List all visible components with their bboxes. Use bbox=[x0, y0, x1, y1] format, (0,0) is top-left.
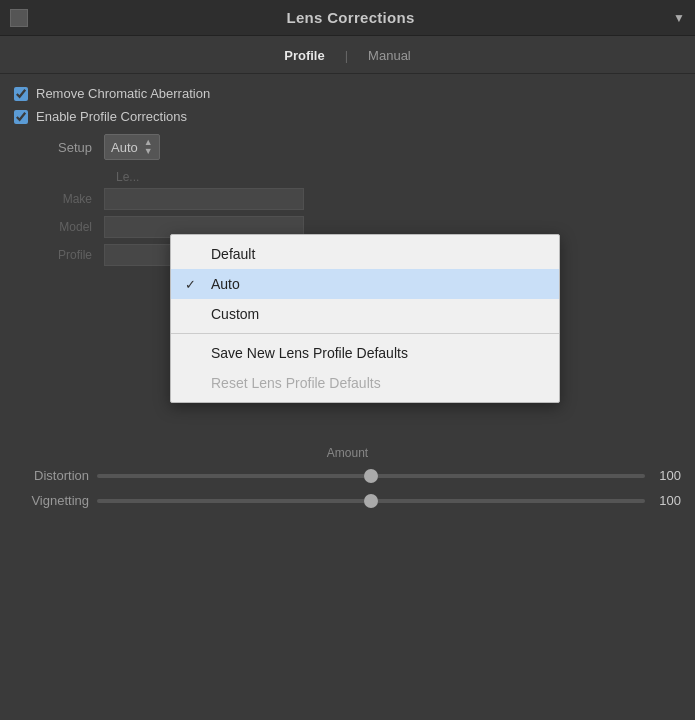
distortion-label: Distortion bbox=[14, 468, 89, 483]
panel-icon bbox=[10, 9, 28, 27]
checkbox-enable-profile[interactable] bbox=[14, 110, 28, 124]
vignetting-value: 100 bbox=[653, 493, 681, 508]
panel-header: Lens Corrections ▼ bbox=[0, 0, 695, 36]
panel-body: Remove Chromatic Aberration Enable Profi… bbox=[0, 74, 695, 532]
amount-label: Amount bbox=[14, 446, 681, 460]
setup-value: Auto bbox=[111, 140, 138, 155]
checkbox-remove-chromatic-label: Remove Chromatic Aberration bbox=[36, 86, 210, 101]
distortion-slider[interactable] bbox=[97, 474, 645, 478]
dropdown-item-save-new[interactable]: Save New Lens Profile Defaults bbox=[171, 338, 559, 368]
collapse-icon[interactable]: ▼ bbox=[673, 11, 685, 25]
check-default bbox=[185, 247, 201, 262]
dropdown-label-auto: Auto bbox=[211, 276, 240, 292]
dropdown-label-save-new: Save New Lens Profile Defaults bbox=[211, 345, 408, 361]
panel-header-left bbox=[10, 9, 28, 27]
make-label: Make bbox=[14, 192, 104, 206]
checkbox-enable-profile-row: Enable Profile Corrections bbox=[14, 109, 681, 124]
setup-row: Setup Auto ▲ ▼ bbox=[14, 134, 681, 160]
check-custom bbox=[185, 307, 201, 322]
make-input[interactable] bbox=[104, 188, 304, 210]
make-row: Make bbox=[14, 188, 681, 210]
distortion-value: 100 bbox=[653, 468, 681, 483]
tab-bar: Profile | Manual bbox=[0, 36, 695, 74]
dropdown-label-custom: Custom bbox=[211, 306, 259, 322]
check-save-new bbox=[185, 346, 201, 361]
setup-select[interactable]: Auto ▲ ▼ bbox=[104, 134, 160, 160]
vignetting-slider[interactable] bbox=[97, 499, 645, 503]
tab-manual[interactable]: Manual bbox=[348, 44, 431, 67]
setup-dropdown: Default ✓ Auto Custom Save New Lens Prof… bbox=[170, 234, 560, 403]
dropdown-divider bbox=[171, 333, 559, 334]
dropdown-item-default[interactable]: Default bbox=[171, 239, 559, 269]
panel-title: Lens Corrections bbox=[286, 9, 414, 26]
dropdown-label-default: Default bbox=[211, 246, 255, 262]
check-auto: ✓ bbox=[185, 277, 201, 292]
vignetting-label: Vignetting bbox=[14, 493, 89, 508]
setup-arrows: ▲ ▼ bbox=[144, 138, 153, 156]
checkbox-remove-chromatic-row: Remove Chromatic Aberration bbox=[14, 86, 681, 101]
distortion-row: Distortion 100 bbox=[14, 468, 681, 483]
check-reset bbox=[185, 376, 201, 391]
tab-profile[interactable]: Profile bbox=[264, 44, 344, 67]
dropdown-item-custom[interactable]: Custom bbox=[171, 299, 559, 329]
amount-section: Amount Distortion 100 Vignetting 100 bbox=[14, 446, 681, 508]
profile-label: Profile bbox=[14, 248, 104, 262]
dropdown-item-reset: Reset Lens Profile Defaults bbox=[171, 368, 559, 398]
checkbox-enable-profile-label: Enable Profile Corrections bbox=[36, 109, 187, 124]
dropdown-label-reset: Reset Lens Profile Defaults bbox=[211, 375, 381, 391]
lens-field-header: Le... bbox=[116, 170, 681, 184]
setup-label: Setup bbox=[14, 140, 104, 155]
model-label: Model bbox=[14, 220, 104, 234]
checkbox-remove-chromatic[interactable] bbox=[14, 87, 28, 101]
dropdown-item-auto[interactable]: ✓ Auto bbox=[171, 269, 559, 299]
vignetting-row: Vignetting 100 bbox=[14, 493, 681, 508]
